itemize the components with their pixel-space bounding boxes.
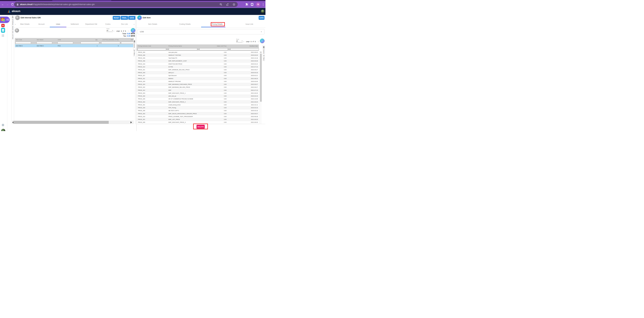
save-button[interactable]: SAVE [259,16,264,20]
tab-costing-details[interactable]: Costing Details [169,21,201,27]
table-row[interactable]: PRICE_019PRICE_SCHEME_TEST_PROCESSOR0.00… [136,115,259,118]
table-row[interactable]: PRICE_001EMP_LIST_PRICE0.002021-09-29 [136,118,259,121]
listing-tab-strip[interactable]: 1 INTERNAL SALES GIN LISTING [11,15,14,121]
tab-settlement[interactable]: Settlement [66,21,83,27]
extensions-puzzle-icon[interactable] [246,3,248,6]
horizontal-scrollbar-thumb[interactable] [13,121,109,124]
final-button[interactable]: FINAL [121,16,128,20]
table-row[interactable]: PRICE_011M000010.002021-06-24 [136,77,259,80]
table-row[interactable]: PRICE_006EMP_REPLACEMENT_COST0.002022-09… [136,60,259,63]
table-row[interactable]: PRICE_009new year price0.002021-09-20 [136,51,259,54]
browser-menu-icon[interactable] [263,3,264,6]
reload-icon[interactable] [11,3,14,6]
left-tab-bar: ‹ Main Details Account Lines Settlement … [14,21,135,28]
table-row[interactable]: PRICE_027Spd Discount0.002023-02-21 [136,74,259,77]
table-row[interactable]: PRICE_030SB-TEST-COPY10.002023-03-16 [136,109,259,112]
horizontal-scrollbar[interactable] [12,121,134,124]
tabs-scroll-left-icon[interactable]: ‹ [14,23,16,25]
tab-doc-link[interactable]: Doc Link [116,21,133,27]
filter-sales-price-input[interactable] [200,48,228,50]
columns-side-tab[interactable]: Columns [262,45,265,54]
tab-item-details[interactable]: Item Details [136,21,169,27]
next-page-icon[interactable]: › [257,41,257,42]
table-row[interactable]: PRICE_034PSP_Pricing0.002023-03-16 [136,106,259,109]
table-row[interactable]: PRICE_015KRAFTON-INR-PRICE0.002023-03-10 [136,63,259,65]
zoom-out-icon[interactable] [220,3,222,6]
rows-per-page-select[interactable]: Rows 10▼ [106,28,113,32]
table-row[interactable]: PRICE_024EMP_MAXIMUM_PURCHASE_PRICE0.002… [136,83,259,86]
settings-gear-icon[interactable] [2,124,4,126]
rows-per-page-select[interactable]: Rows 10▼ [236,39,242,42]
user-avatar[interactable] [261,10,264,13]
last-page-icon[interactable]: ›| [258,41,258,42]
tab-department-hdr[interactable]: Department Hdr [83,21,100,27]
scroll-left-icon[interactable] [12,121,13,123]
first-page-icon[interactable]: |‹ [114,30,114,32]
filter-sst-input[interactable] [121,42,134,44]
filter-unit-price-input[interactable] [101,42,120,44]
grid-view-button[interactable] [260,39,264,43]
address-bar[interactable]: akaun.cloud/#/applet/tnt/wavelet/erp/int… [14,2,238,7]
side-panel-icon[interactable] [251,3,253,6]
scroll-up-icon[interactable] [260,52,262,53]
table-row[interactable]: PRICE_032abhi_test_ps0.002023-03-15 [136,95,259,98]
back-button[interactable] [15,16,20,20]
filter-schema-name-input[interactable] [169,48,197,50]
back-icon[interactable]: ← [1,3,5,6]
back-button[interactable] [137,16,142,20]
last-page-icon[interactable]: ›| [128,30,129,32]
browser-profile-avatar[interactable]: N [256,2,260,7]
next-page-icon[interactable]: › [127,30,127,32]
tab-contra[interactable]: Contra [100,21,116,27]
forward-icon[interactable]: → [6,3,10,6]
tab-main-details[interactable]: Main Details [16,21,33,27]
sidebar-item-invoice-applet[interactable]: $ [1,28,5,33]
app-logo[interactable]: akaun [7,9,20,13]
table-row[interactable]: PRICE_004EMP_DISCOUNT_PRICE_20.002021-09… [136,100,259,103]
reset-button[interactable]: RESET [113,16,120,20]
table-row[interactable]: PRICE_029WAVELET PRICING0.002023-03-09 [136,80,259,83]
prev-page-icon[interactable]: ‹ [245,41,245,42]
grid-view-button[interactable] [131,28,135,33]
share-icon[interactable] [226,3,229,6]
table-row[interactable]: PRICE_014EXTRA0.002021-07-19 [136,65,259,68]
sidebar-item-listing[interactable] [1,35,4,37]
filters-side-tab[interactable]: Filters [133,49,136,56]
first-page-icon[interactable]: |‹ [243,41,244,42]
table-row[interactable]: PRICE_002EMP_SALES_WHOLESALE_DEALER_PRIC… [136,112,259,115]
tab-lines[interactable]: Lines [50,21,66,27]
bookmark-star-icon[interactable] [232,3,235,6]
uom-select[interactable]: UOM ▼ [138,29,264,34]
tab-issue-link[interactable]: Issue Link [233,21,266,27]
filter-qty-input[interactable] [80,42,99,44]
table-row[interactable]: PRICE_028WAVELET TESTING0.002023-03-03 [136,54,259,57]
table-row[interactable]: PRICE_025SR CP COMMERCE PRICING SCHEME0.… [136,98,259,100]
table-row[interactable]: PRICE_012RRP0.002021-07-13 [136,89,259,92]
tab-account[interactable]: Account [33,21,50,27]
prev-page-icon[interactable]: ‹ [115,30,116,32]
filter-uom-input[interactable] [58,42,73,44]
table-row[interactable]: PRICE_001create pricing schee0.002021-01… [136,103,259,106]
table-row[interactable]: PRICE_022EMP_MAXIMUM_SELLING_PRICE0.0020… [136,86,259,89]
add-line-button[interactable]: + [15,28,19,32]
sidebar-item-da-applet[interactable] [1,24,4,27]
table-row[interactable]: PRICE_003EMP_DISCOUNT_PRICE_10.002021-09… [136,92,259,95]
save-button[interactable]: SAVE [128,16,136,20]
vertical-scrollbar-thumb[interactable] [260,54,262,102]
columns-side-tab[interactable]: Columns [133,40,136,49]
filter-schema-code-input[interactable] [138,48,166,50]
table-row[interactable]: PRICE_026Test-Paste-PS0.002022-10-18 [136,57,259,60]
tabs-scroll-right-icon[interactable]: › [133,23,135,25]
cell-pricing-schema-code: PRICE_021 [136,69,168,71]
filter-item-name-input[interactable] [36,42,52,44]
filter-item-code-input[interactable] [16,42,31,44]
sidebar-item-active-applet[interactable]: ✈ [0,17,10,23]
table-row[interactable]: PRICE_033abhi ps 20.002023-03-16 [136,71,259,74]
table-row-selected[interactable]: IDA ITEM 2 IDA ITEM 2 PCS 1 0 [15,44,134,47]
sidebar-user-avatar[interactable] [1,129,5,131]
filter-modified-date-input[interactable] [230,48,259,50]
filters-side-tab[interactable]: Filters [262,54,265,61]
table-row[interactable]: PRICE_021EMP_MINIMUM_SELLING_PRICE0.0020… [136,68,259,71]
vertical-scrollbar[interactable] [260,51,262,124]
scroll-right-icon[interactable] [130,121,132,123]
